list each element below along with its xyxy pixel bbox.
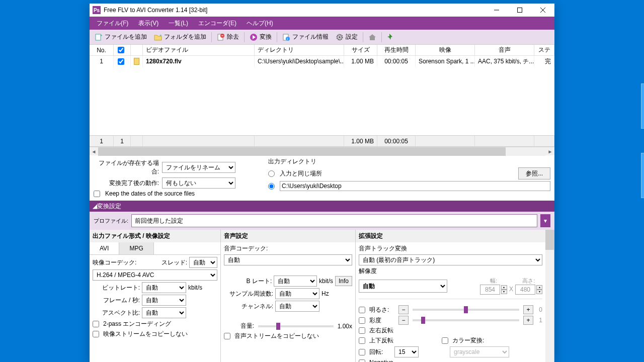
row-check[interactable] xyxy=(118,58,124,65)
svg-rect-1 xyxy=(518,8,522,13)
profile-select[interactable]: 前回使用した設定 xyxy=(131,214,537,227)
svg-point-15 xyxy=(339,36,341,38)
col-size[interactable]: サイズ xyxy=(344,45,377,55)
col-dir[interactable]: ディレクトリ xyxy=(255,45,344,55)
horizontal-scrollbar[interactable]: ◄ ► xyxy=(90,147,554,155)
srate-select[interactable]: 自動 xyxy=(275,288,319,299)
tab-avi[interactable]: AVI xyxy=(90,242,119,254)
keep-dates-label: Keep the dates of the source files xyxy=(105,190,195,197)
grid-footer: 1 1 1.00 MB 00:00:05 xyxy=(90,135,554,146)
remove-button[interactable]: 除去 xyxy=(214,32,242,42)
volume-slider[interactable] xyxy=(258,325,334,327)
width-spin[interactable]: ▴▾ xyxy=(501,285,507,294)
svg-text:+: + xyxy=(159,33,162,38)
channels-select[interactable]: 自動 xyxy=(275,301,319,312)
home-button[interactable] xyxy=(365,32,379,42)
exists-select[interactable]: ファイルをリネーム xyxy=(162,162,235,173)
negative-check[interactable] xyxy=(359,359,365,363)
col-check[interactable] xyxy=(114,45,131,55)
bitrate-select[interactable]: 自動 xyxy=(142,282,186,293)
convert-button[interactable]: 変換 xyxy=(247,32,275,42)
toolbar: +ファイルを追加 +フォルダを追加 除去 変換 iファイル情報 設定 xyxy=(90,30,554,45)
menu-list[interactable]: 一覧(L) xyxy=(164,17,193,30)
convert-settings-header[interactable]: ◢ 変換設定 xyxy=(90,201,554,212)
colorconv-check[interactable] xyxy=(442,337,448,344)
col-video[interactable]: 映像 xyxy=(416,45,475,55)
info-button[interactable]: Info xyxy=(335,276,352,286)
audio-settings: 音声設定 音声コーデック: 自動 B レート:自動kbit/sInfo サンプル… xyxy=(221,230,356,362)
profile-row: プロファイル: 前回使用した設定 ▾ xyxy=(90,212,554,230)
height-input[interactable] xyxy=(515,285,535,295)
aspect-select[interactable]: 自動 xyxy=(142,307,186,318)
maximize-button[interactable] xyxy=(508,4,531,17)
saturation-slider[interactable] xyxy=(413,319,519,321)
file-info-button[interactable]: iファイル情報 xyxy=(279,32,332,42)
scroll-left-icon[interactable]: ◄ xyxy=(90,147,98,156)
twopass-check[interactable] xyxy=(93,321,99,327)
minimize-button[interactable] xyxy=(485,4,508,17)
remove-icon xyxy=(217,33,225,41)
col-duration[interactable]: 再生時間 xyxy=(377,45,416,55)
vcodec-select[interactable]: H.264 / MPEG-4 AVC xyxy=(93,269,217,281)
pin-button[interactable] xyxy=(384,32,398,42)
add-file-button[interactable]: +ファイルを追加 xyxy=(92,32,150,42)
acodec-select[interactable]: 自動 xyxy=(224,254,352,265)
threads-select[interactable]: 自動 xyxy=(189,257,217,268)
tab-mpg[interactable]: MPG xyxy=(119,242,153,254)
threads-label: スレッド: xyxy=(162,258,187,267)
rotate-check[interactable] xyxy=(359,349,365,355)
scroll-thumb[interactable] xyxy=(98,147,506,156)
add-folder-button[interactable]: +フォルダを追加 xyxy=(151,32,209,42)
brightness-plus[interactable]: + xyxy=(523,305,533,314)
grid-header[interactable]: No. ビデオファイル ディレクトリ サイズ 再生時間 映像 音声 ステ xyxy=(90,45,554,56)
fps-select[interactable]: 自動 xyxy=(142,295,186,306)
window-title: Free FLV to AVI Converter 1.14 [32-bit] xyxy=(104,7,207,14)
saturation-check[interactable] xyxy=(359,317,365,324)
output-dir-input[interactable] xyxy=(280,181,550,191)
col-no[interactable]: No. xyxy=(90,45,114,55)
close-button[interactable] xyxy=(531,4,554,17)
atrack-select[interactable]: 自動 (最初の音声トラック) xyxy=(359,254,542,265)
profile-dropdown-icon[interactable]: ▾ xyxy=(540,214,550,227)
keep-dates-check[interactable] xyxy=(94,191,100,197)
width-input[interactable] xyxy=(480,285,500,295)
same-as-input-radio[interactable] xyxy=(268,170,275,177)
col-status[interactable]: ステ xyxy=(534,45,554,55)
check-all[interactable] xyxy=(118,47,124,53)
menu-file[interactable]: ファイル(F) xyxy=(92,17,133,30)
col-audio[interactable]: 音声 xyxy=(475,45,534,55)
brightness-minus[interactable]: − xyxy=(398,305,409,314)
vcodec-label: 映像コーデック: xyxy=(93,258,136,267)
home-icon xyxy=(368,33,376,41)
copy-video-check[interactable] xyxy=(93,331,99,337)
browse-button[interactable]: 参照... xyxy=(518,167,550,179)
fliph-check[interactable] xyxy=(359,327,365,334)
menu-view[interactable]: 表示(V) xyxy=(133,17,164,30)
advanced-settings: 拡張設定 音声トラック変換 自動 (最初の音声トラック) 解像度 自動 幅:▴▾… xyxy=(356,230,554,362)
saturation-minus[interactable]: − xyxy=(398,316,409,325)
settings-button[interactable]: 設定 xyxy=(333,32,361,42)
desktop-decoration xyxy=(641,83,644,129)
custom-dir-radio[interactable] xyxy=(268,183,275,190)
res-label: 解像度 xyxy=(359,267,542,276)
file-info-icon: i xyxy=(282,33,290,41)
acodec-label: 音声コーデック: xyxy=(224,244,352,253)
height-spin[interactable]: ▴▾ xyxy=(536,285,542,294)
abitrate-select[interactable]: 自動 xyxy=(274,276,317,287)
brightness-check[interactable] xyxy=(359,307,365,313)
menu-help[interactable]: ヘルプ(H) xyxy=(242,17,278,30)
menu-encoder[interactable]: エンコーダ(E) xyxy=(193,17,242,30)
vertical-scrollbar[interactable] xyxy=(545,230,554,362)
pin-icon xyxy=(387,33,395,41)
brightness-slider[interactable] xyxy=(413,309,519,311)
rotate-select[interactable]: 15 xyxy=(394,346,419,357)
copy-audio-check[interactable] xyxy=(224,333,230,339)
table-row[interactable]: 1 644x362.flv C:\Users\yuki\Desktop\sam… xyxy=(90,56,554,67)
title-bar[interactable]: Ps Free FLV to AVI Converter 1.14 [32-bi… xyxy=(90,4,554,17)
after-select[interactable]: 何もしない xyxy=(162,177,235,189)
col-file[interactable]: ビデオファイル xyxy=(143,45,255,55)
flipv-check[interactable] xyxy=(359,337,365,344)
resolution-select[interactable]: 自動 xyxy=(359,280,447,293)
scroll-right-icon[interactable]: ► xyxy=(546,147,554,156)
saturation-plus[interactable]: + xyxy=(523,316,533,325)
